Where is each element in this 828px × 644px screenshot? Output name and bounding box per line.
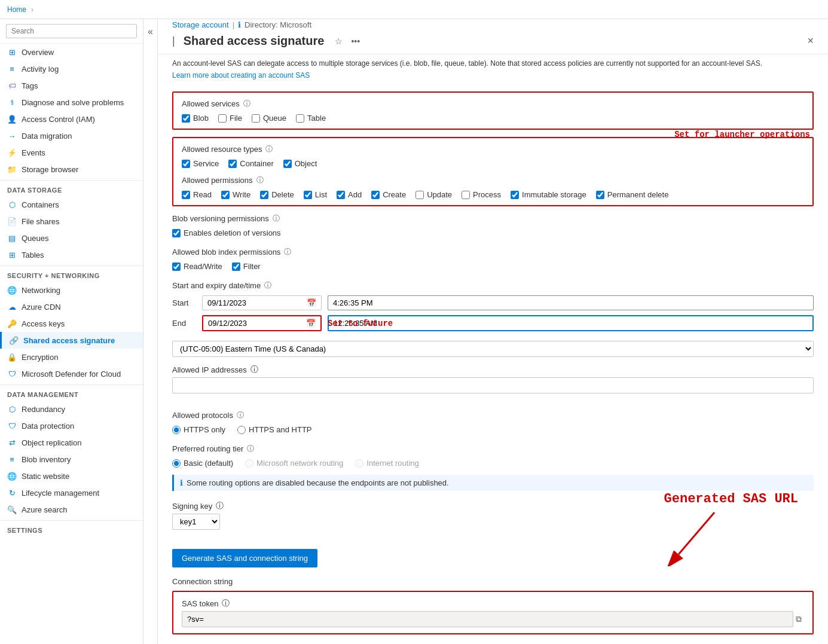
sidebar-item-access-control[interactable]: 👤 Access Control (IAM) <box>0 111 143 127</box>
blob-versioning-checkbox[interactable]: Enables deletion of versions <box>172 228 814 237</box>
sidebar-item-lifecycle[interactable]: ↻ Lifecycle management <box>0 484 143 501</box>
signing-key-label: Signing key ⓘ <box>172 500 814 511</box>
sidebar-item-blob-inventory[interactable]: ≡ Blob inventory <box>0 451 143 468</box>
resource-container-checkbox[interactable]: Container <box>228 159 273 168</box>
sidebar-item-encryption[interactable]: 🔒 Encryption <box>0 349 143 365</box>
sidebar-item-storage-browser[interactable]: 📁 Storage browser <box>0 161 143 178</box>
service-blob-checkbox[interactable]: Blob <box>182 114 209 123</box>
directory-label: Directory: Microsoft <box>245 20 311 29</box>
end-date-input[interactable]: 09/12/2023 📅 <box>202 315 322 331</box>
allowed-services-section: Allowed services ⓘ Blob File <box>172 91 814 130</box>
calendar-icon-start[interactable]: 📅 <box>307 298 316 307</box>
timezone-select[interactable]: (UTC-05:00) Eastern Time (US & Canada) <box>172 341 814 357</box>
perm-delete-checkbox[interactable]: Delete <box>260 190 294 199</box>
sidebar-item-file-shares[interactable]: 📄 File shares <box>0 213 143 230</box>
services-checkbox-group: Blob File Queue Table <box>182 114 804 123</box>
date-time-info-icon[interactable]: ⓘ <box>264 280 271 291</box>
perm-create-checkbox[interactable]: Create <box>371 190 406 199</box>
sidebar-item-activity-log[interactable]: ≡ Activity log <box>0 60 143 77</box>
end-date-row: End 09/12/2023 📅 Set to future <box>172 315 814 331</box>
sidebar-item-azure-search[interactable]: 🔍 Azure search <box>0 501 143 518</box>
storage-account-link[interactable]: Storage account <box>172 20 229 29</box>
routing-radio-group: Basic (default) Microsoft network routin… <box>172 459 814 468</box>
queues-icon: ▤ <box>7 233 17 243</box>
sidebar-item-networking[interactable]: 🌐 Networking <box>0 282 143 298</box>
sidebar-item-redundancy[interactable]: ⬡ Redundancy <box>0 401 143 417</box>
routing-label: Preferred routing tier ⓘ <box>172 444 814 454</box>
start-date-row: Start 09/11/2023 📅 <box>172 295 814 310</box>
sidebar-item-object-replication[interactable]: ⇄ Object replication <box>0 434 143 451</box>
protocols-info-icon[interactable]: ⓘ <box>237 410 244 420</box>
data-protection-icon: 🛡 <box>7 421 17 431</box>
sidebar-item-containers[interactable]: ⬡ Containers <box>0 196 143 213</box>
routing-info-icon[interactable]: ⓘ <box>247 444 254 454</box>
start-time-input[interactable] <box>328 295 814 310</box>
more-options-icon[interactable]: ••• <box>351 36 360 46</box>
start-date-input[interactable]: 09/11/2023 📅 <box>202 295 322 310</box>
resource-object-checkbox[interactable]: Object <box>283 159 317 168</box>
service-table-checkbox[interactable]: Table <box>296 114 326 123</box>
sidebar-item-label-text: Shared access signature <box>23 336 115 345</box>
perm-immutable-checkbox[interactable]: Immutable storage <box>511 190 586 199</box>
perm-process-checkbox[interactable]: Process <box>462 190 501 199</box>
sidebar-item-static-website[interactable]: 🌐 Static website <box>0 468 143 484</box>
service-queue-checkbox[interactable]: Queue <box>252 114 286 123</box>
sidebar-item-queues[interactable]: ▤ Queues <box>0 230 143 246</box>
sidebar-item-label: File shares <box>22 217 60 226</box>
routing-basic[interactable]: Basic (default) <box>172 459 233 468</box>
allowed-permissions-info-icon[interactable]: ⓘ <box>256 175 264 185</box>
service-file-checkbox[interactable]: File <box>218 114 242 123</box>
perm-add-checkbox[interactable]: Add <box>337 190 362 199</box>
close-button[interactable]: × <box>807 35 814 47</box>
copy-icon[interactable]: ⧉ <box>793 612 804 627</box>
date-time-label: Start and expiry date/time ⓘ <box>172 280 814 291</box>
protocol-https-http[interactable]: HTTPS and HTTP <box>237 425 311 434</box>
perm-read-checkbox[interactable]: Read <box>182 190 212 199</box>
learn-more-link[interactable]: Learn more about creating an account SAS <box>158 70 324 87</box>
sidebar-item-tables[interactable]: ⊞ Tables <box>0 246 143 263</box>
sidebar-collapse-btn[interactable]: « <box>143 19 158 644</box>
allowed-services-info-icon[interactable]: ⓘ <box>243 99 250 109</box>
sidebar-item-data-protection[interactable]: 🛡 Data protection <box>0 417 143 434</box>
allowed-resource-info-icon[interactable]: ⓘ <box>265 144 273 154</box>
perm-update-checkbox[interactable]: Update <box>415 190 452 199</box>
sas-token-input[interactable] <box>182 611 793 627</box>
blob-index-filter-checkbox[interactable]: Filter <box>232 262 261 271</box>
ip-info-icon[interactable]: ⓘ <box>250 364 258 375</box>
perm-write-checkbox[interactable]: Write <box>221 190 250 199</box>
sidebar-item-label: Redundancy <box>22 405 65 414</box>
sidebar-item-data-migration[interactable]: → Data migration <box>0 127 143 144</box>
search-input[interactable] <box>6 24 137 38</box>
routing-microsoft[interactable]: Microsoft network routing <box>245 459 343 468</box>
sidebar-item-diagnose[interactable]: ⚕ Diagnose and solve problems <box>0 94 143 111</box>
end-time-input[interactable] <box>328 315 814 331</box>
generate-sas-button[interactable]: Generate SAS and connection string <box>172 549 317 567</box>
sidebar-item-overview[interactable]: ⊞ Overview <box>0 44 143 60</box>
sidebar-item-azure-cdn[interactable]: ☁ Azure CDN <box>0 298 143 315</box>
perm-permanent-delete-checkbox[interactable]: Permanent delete <box>596 190 669 199</box>
blob-index-readwrite-checkbox[interactable]: Read/Write <box>172 262 222 271</box>
sidebar-item-shared-access[interactable]: 🔗 search Shared access signature <box>0 332 143 349</box>
blob-versioning-info-icon[interactable]: ⓘ <box>273 213 280 224</box>
perm-list-checkbox[interactable]: List <box>304 190 327 199</box>
favorite-icon[interactable]: ☆ <box>335 36 343 46</box>
ip-label: Allowed IP addresses ⓘ <box>172 364 814 375</box>
ip-input[interactable] <box>172 377 814 393</box>
calendar-icon-end[interactable]: 📅 <box>306 319 316 328</box>
protocol-https-only[interactable]: HTTPS only <box>172 425 225 434</box>
info-icon: ℹ <box>238 20 241 29</box>
sidebar-item-tags[interactable]: 🏷 Tags <box>0 77 143 94</box>
resource-service-checkbox[interactable]: Service <box>182 159 219 168</box>
home-link[interactable]: Home <box>7 5 26 14</box>
sidebar-item-access-keys[interactable]: 🔑 Access keys <box>0 315 143 332</box>
signing-key-info-icon[interactable]: ⓘ <box>216 500 224 511</box>
blob-index-info-icon[interactable]: ⓘ <box>284 247 291 257</box>
sas-token-info-icon[interactable]: ⓘ <box>222 598 230 609</box>
routing-internet[interactable]: Internet routing <box>355 459 418 468</box>
sidebar-item-label: Access keys <box>22 319 65 328</box>
signing-key-select[interactable]: key1 key2 <box>172 514 220 530</box>
sidebar-item-defender[interactable]: 🛡 Microsoft Defender for Cloud <box>0 365 143 382</box>
sidebar: ⊞ Overview ≡ Activity log 🏷 Tags ⚕ Diagn… <box>0 19 143 644</box>
sidebar-item-events[interactable]: ⚡ Events <box>0 144 143 161</box>
sidebar-item-label: Containers <box>22 200 59 209</box>
